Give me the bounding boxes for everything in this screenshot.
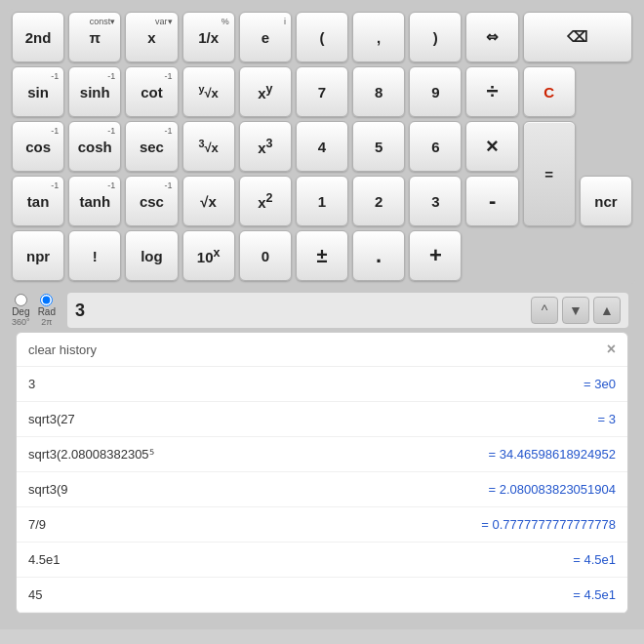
backspace-button[interactable]: ⌫ [523,12,632,62]
deg-sub: 360° [12,317,30,327]
history-item[interactable]: sqrt3(27= 3 [17,402,627,437]
deg-radio[interactable] [15,294,27,306]
sqrt-button[interactable]: √x [182,176,235,226]
factorial-button[interactable]: ! [68,230,121,281]
history-expr: 4.5e1 [28,552,60,567]
history-result: = 34.46598618924952 [489,447,617,462]
7-button[interactable]: 7 [296,66,348,117]
history-expr: 3 [28,377,35,391]
rad-sub: 2π [41,317,52,327]
inv-x-button[interactable]: % 1/x [182,12,235,62]
sinh-button[interactable]: -1 sinh [68,66,121,117]
5-button[interactable]: 5 [352,121,405,172]
rad-label: Rad [38,306,56,317]
comma-button[interactable]: , [352,12,405,62]
history-expr: 45 [28,587,42,602]
9-button[interactable]: 9 [409,66,462,117]
history-expr: sqrt3(27 [28,412,75,426]
history-result: = 2.080083823051904 [489,482,617,497]
history-item[interactable]: 45= 4.5e1 [17,578,627,613]
2-button[interactable]: 2 [352,176,405,226]
display-input[interactable] [75,301,525,321]
swap-button[interactable]: ⇔ [465,12,518,62]
tanh-button[interactable]: -1 tanh [68,176,121,226]
sec-button[interactable]: -1 sec [125,121,178,172]
tan-button[interactable]: -1 tan [12,176,64,226]
0-button[interactable]: 0 [239,230,292,281]
clear-history-label[interactable]: clear history [28,342,97,357]
history-expr: sqrt3(9 [28,482,67,497]
up-arrow-button[interactable]: ▲ [593,297,621,324]
divide-button[interactable]: ÷ [465,66,518,117]
lparen-button[interactable]: ( [296,12,348,62]
history-list: 3= 3e0sqrt3(27= 3sqrt3(2.08008382305⁵= 3… [17,367,627,613]
display-arrows: ^ ▼ ▲ [531,297,621,324]
mode-rad[interactable]: Rad 2π [38,294,56,327]
xy-button[interactable]: xy [239,66,292,117]
e-button[interactable]: i e [239,12,292,62]
1-button[interactable]: 1 [296,176,348,226]
history-panel: clear history × 3= 3e0sqrt3(27= 3sqrt3(2… [16,332,628,614]
plusminus-button[interactable]: ± [296,230,348,281]
plus-button[interactable]: + [409,230,462,281]
cos-button[interactable]: -1 cos [12,121,64,172]
yroot-button[interactable]: y√x [182,66,235,117]
10x-button[interactable]: 10x [182,230,235,281]
csc-button[interactable]: -1 csc [125,176,178,226]
down-arrow-button[interactable]: ▼ [562,297,589,324]
ncr-button[interactable]: ncr [580,176,632,226]
6-button[interactable]: 6 [409,121,462,172]
history-item[interactable]: 3= 3e0 [17,367,627,402]
history-result: = 0.7777777777777778 [481,517,616,532]
cosh-button[interactable]: -1 cosh [68,121,121,172]
history-item[interactable]: sqrt3(2.08008382305⁵= 34.46598618924952 [17,437,627,472]
multiply-button[interactable]: × [465,121,518,172]
4-button[interactable]: 4 [296,121,348,172]
3-button[interactable]: 3 [409,176,462,226]
history-item[interactable]: sqrt3(9= 2.080083823051904 [17,472,627,507]
mode-deg[interactable]: Deg 360° [12,294,30,327]
var-x-button[interactable]: var▾ x [125,12,178,62]
cbrt-button[interactable]: 3√x [182,121,235,172]
minus-button[interactable]: - [465,176,518,226]
npr-button[interactable]: npr [12,230,64,281]
x3-button[interactable]: x3 [239,121,292,172]
x2-button[interactable]: x2 [239,176,292,226]
history-header: clear history × [17,333,627,367]
history-expr: sqrt3(2.08008382305⁵ [28,447,154,462]
deg-label: Deg [12,306,29,317]
history-item[interactable]: 4.5e1= 4.5e1 [17,543,627,578]
equals-button[interactable]: = [523,121,576,226]
rparen-button[interactable]: ) [409,12,462,62]
rad-radio[interactable] [40,294,53,306]
history-item[interactable]: 7/9= 0.7777777777777778 [17,507,627,543]
clear-button[interactable]: C [523,66,576,117]
caret-button[interactable]: ^ [531,297,558,324]
decimal-button[interactable]: . [352,230,405,281]
cot-button[interactable]: -1 cot [125,66,178,117]
2nd-button[interactable]: 2nd [12,12,64,62]
log-button[interactable]: log [125,230,178,281]
history-result: = 3e0 [584,377,616,391]
history-result: = 3 [598,412,616,426]
sin-button[interactable]: -1 sin [12,66,64,117]
pi-button[interactable]: const▾ π [68,12,121,62]
history-result: = 4.5e1 [573,552,616,567]
history-expr: 7/9 [28,517,46,532]
history-close-button[interactable]: × [607,341,616,358]
8-button[interactable]: 8 [352,66,405,117]
history-result: = 4.5e1 [573,587,616,602]
